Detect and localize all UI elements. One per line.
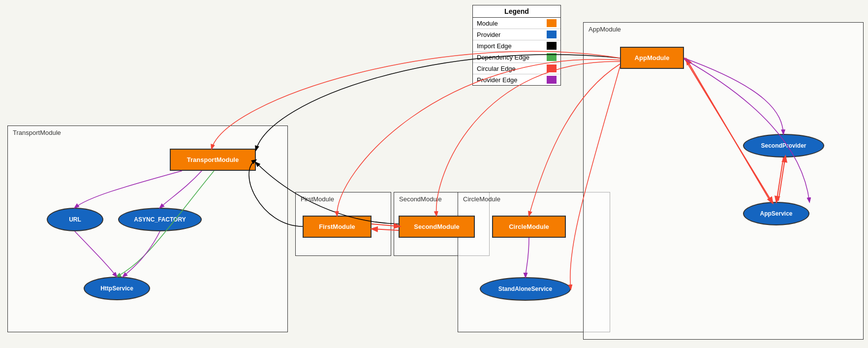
app-service-node[interactable]: AppService bbox=[743, 202, 809, 225]
legend-provider-edge: Provider Edge bbox=[473, 74, 560, 85]
standalone-service-node-label: StandAloneService bbox=[498, 285, 552, 292]
second-module-node[interactable]: SecondModule bbox=[399, 216, 475, 238]
legend-provider: Provider bbox=[473, 29, 560, 40]
app-module-node-label: AppModule bbox=[635, 54, 670, 62]
second-module-node-label: SecondModule bbox=[414, 223, 459, 230]
first-module-node-label: FirstModule bbox=[319, 223, 355, 230]
legend-title: Legend bbox=[473, 5, 560, 18]
legend-provider-edge-color bbox=[547, 76, 557, 84]
legend-provider-label: Provider bbox=[477, 31, 500, 38]
legend-module: Module bbox=[473, 18, 560, 29]
legend-provider-color bbox=[547, 31, 557, 38]
first-module-container-label: FirstModule bbox=[301, 195, 334, 203]
http-service-node-label: HttpService bbox=[100, 285, 133, 292]
second-module-container-label: SecondModule bbox=[399, 195, 442, 203]
legend-circular-edge-color bbox=[547, 64, 557, 72]
diagram-canvas: Legend Module Provider Import Edge Depen… bbox=[0, 0, 868, 348]
legend-dependency-edge: Dependency Edge bbox=[473, 52, 560, 63]
app-module-container-label: AppModule bbox=[589, 26, 621, 33]
first-module-node[interactable]: FirstModule bbox=[303, 216, 372, 238]
second-provider-node-label: SecondProvider bbox=[761, 142, 806, 149]
async-factory-node-label: ASYNC_FACTORY bbox=[134, 216, 186, 223]
app-module-node[interactable]: AppModule bbox=[620, 47, 684, 69]
url-node[interactable]: URL bbox=[47, 208, 103, 231]
transport-module-label: TransportModule bbox=[13, 129, 61, 136]
second-provider-node[interactable]: SecondProvider bbox=[743, 134, 824, 158]
legend-import-edge-label: Import Edge bbox=[477, 42, 512, 50]
legend-dependency-edge-color bbox=[547, 53, 557, 61]
legend-provider-edge-label: Provider Edge bbox=[477, 76, 517, 84]
edge-app-to-transport-import bbox=[256, 55, 620, 150]
legend-module-label: Module bbox=[477, 20, 498, 27]
circle-module-node-label: CircleModule bbox=[509, 223, 549, 230]
legend-import-edge-color bbox=[547, 42, 557, 50]
transport-module-node-label: TransportModule bbox=[187, 156, 239, 163]
legend-module-color bbox=[547, 19, 557, 27]
transport-module-node[interactable]: TransportModule bbox=[170, 149, 256, 171]
circle-module-container-label: CircleModule bbox=[463, 195, 500, 203]
legend-circular-edge: Circular Edge bbox=[473, 63, 560, 74]
legend-import-edge: Import Edge bbox=[473, 40, 560, 52]
app-service-node-label: AppService bbox=[760, 210, 792, 217]
app-module-container: AppModule bbox=[583, 22, 864, 340]
standalone-service-node[interactable]: StandAloneService bbox=[480, 277, 571, 301]
async-factory-node[interactable]: ASYNC_FACTORY bbox=[118, 208, 202, 231]
legend-dependency-edge-label: Dependency Edge bbox=[477, 54, 529, 61]
http-service-node[interactable]: HttpService bbox=[84, 277, 150, 300]
circle-module-node[interactable]: CircleModule bbox=[492, 216, 566, 238]
url-node-label: URL bbox=[69, 216, 81, 223]
legend: Legend Module Provider Import Edge Depen… bbox=[472, 5, 561, 86]
legend-circular-edge-label: Circular Edge bbox=[477, 65, 516, 72]
